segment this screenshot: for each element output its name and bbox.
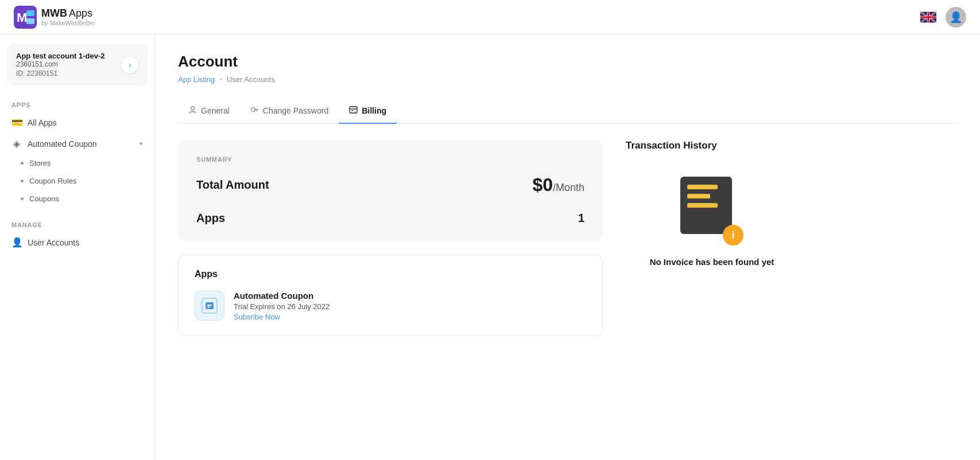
logo-area: M MWB Apps by MakeWebBetter (14, 6, 95, 29)
account-name: App test account 1-dev-2 (16, 52, 105, 60)
sidebar-item-user-accounts[interactable]: 👤 User Accounts (0, 232, 154, 253)
svg-text:M: M (17, 10, 27, 25)
account-arrow[interactable]: › (121, 56, 138, 73)
breadcrumb-separator: • (219, 75, 222, 84)
sidebar-item-automated-coupon[interactable]: ◈ Automated Coupon ▾ (0, 133, 154, 154)
coupons-label: Coupons (29, 194, 59, 203)
coupon-icon: ◈ (11, 138, 22, 149)
page-title: Account (178, 53, 957, 71)
doc-line-1 (687, 185, 718, 189)
automated-coupon-label: Automated Coupon (28, 139, 134, 149)
logo-subtitle: by MakeWebBetter (41, 20, 95, 26)
user-icon: 👤 (11, 237, 22, 248)
summary-card: SUMMARY Total Amount $0/Month Apps 1 (178, 140, 603, 241)
info-badge-icon: i (723, 225, 743, 245)
breadcrumb-app-listing[interactable]: App Listing (178, 75, 215, 84)
stores-label: Stores (29, 159, 51, 167)
billing-main: SUMMARY Total Amount $0/Month Apps 1 App… (178, 140, 603, 336)
logo-icon: M (14, 6, 37, 29)
transaction-title: Transaction History (626, 140, 798, 151)
content-area: SUMMARY Total Amount $0/Month Apps 1 App… (178, 140, 957, 336)
breadcrumb-user-accounts: User Accounts (227, 75, 275, 84)
svg-rect-2 (26, 10, 34, 16)
tab-billing-label: Billing (362, 106, 386, 115)
chevron-down-icon: ▾ (140, 140, 143, 147)
nav-right: 👤 (920, 7, 966, 28)
svg-rect-7 (350, 107, 357, 113)
svg-rect-12 (207, 305, 212, 306)
breadcrumb: App Listing • User Accounts (178, 75, 957, 84)
app-logo (195, 291, 224, 321)
app-item: Automated Coupon Trial Expires on 26 Jul… (195, 291, 586, 321)
all-apps-label: All Apps (28, 118, 143, 127)
general-icon (188, 106, 197, 116)
sidebar-sub-stores[interactable]: Stores (0, 154, 154, 172)
account-info: App test account 1-dev-2 2360151.com ID:… (16, 52, 105, 77)
sub-dot-icon (21, 180, 24, 182)
logo-normal: Apps (69, 7, 92, 20)
svg-rect-3 (26, 18, 34, 24)
sidebar: App test account 1-dev-2 2360151.com ID:… (0, 34, 155, 460)
user-avatar[interactable]: 👤 (946, 7, 966, 28)
doc-line-2 (687, 194, 710, 198)
account-id: ID: 22360151 (16, 69, 105, 77)
account-card: App test account 1-dev-2 2360151.com ID:… (7, 44, 148, 85)
user-accounts-label: User Accounts (28, 238, 143, 247)
doc-line-3 (687, 203, 718, 208)
apps-section: Apps Automated Coupon Tr (178, 255, 603, 336)
invoice-doc (680, 177, 732, 234)
invoice-illustration: i (680, 177, 743, 245)
sidebar-sub-coupons[interactable]: Coupons (0, 190, 154, 208)
tabs: General Change Password Billing (178, 100, 957, 124)
flag-icon[interactable] (920, 11, 936, 23)
sidebar-item-all-apps[interactable]: 💳 All Apps (0, 112, 154, 133)
logo-bold: MWB (41, 7, 67, 20)
credit-card-icon: 💳 (11, 117, 22, 128)
svg-rect-13 (207, 306, 210, 307)
summary-apps-row: Apps 1 (196, 212, 584, 225)
summary-apps-label: Apps (196, 212, 225, 225)
amount-value: $0 (532, 174, 553, 195)
top-nav: M MWB Apps by MakeWebBetter 👤 (0, 0, 980, 34)
summary-apps-count: 1 (578, 212, 584, 225)
billing-icon (349, 106, 358, 116)
app-trial: Trial Expires on 26 July 2022 (234, 302, 330, 311)
tab-general[interactable]: General (178, 100, 240, 124)
account-domain: 2360151.com (16, 60, 105, 68)
tab-general-label: General (201, 106, 230, 115)
sidebar-sub-coupon-rules[interactable]: Coupon Rules (0, 172, 154, 190)
apps-section-title: Apps (195, 269, 586, 279)
no-invoice-text: No Invoice has been found yet (650, 257, 774, 267)
app-subscribe-link[interactable]: Subsribe Now (234, 313, 330, 321)
app-details: Automated Coupon Trial Expires on 26 Jul… (234, 291, 330, 321)
transaction-panel: Transaction History i No Invoice has bee… (626, 140, 798, 336)
key-icon (250, 106, 259, 116)
tab-change-password[interactable]: Change Password (240, 100, 339, 124)
no-invoice-area: i No Invoice has been found yet (626, 165, 798, 278)
tab-billing[interactable]: Billing (339, 100, 397, 124)
total-amount-label: Total Amount (196, 178, 269, 192)
app-name: Automated Coupon (234, 291, 330, 301)
summary-label: SUMMARY (196, 156, 584, 163)
summary-amount: $0/Month (532, 174, 584, 196)
svg-point-5 (191, 107, 195, 110)
sub-dot-icon (21, 162, 24, 165)
sub-dot-icon (21, 197, 24, 200)
manage-section-label: MANAGE (0, 217, 154, 232)
coupon-rules-label: Coupon Rules (29, 177, 76, 185)
summary-total-row: Total Amount $0/Month (196, 174, 584, 196)
layout: App test account 1-dev-2 2360151.com ID:… (0, 34, 980, 460)
apps-section-label: APPS (0, 97, 154, 112)
tab-change-password-label: Change Password (263, 106, 328, 115)
main-content-area: Account App Listing • User Accounts Gene… (155, 34, 980, 460)
per-month: /Month (553, 182, 584, 193)
